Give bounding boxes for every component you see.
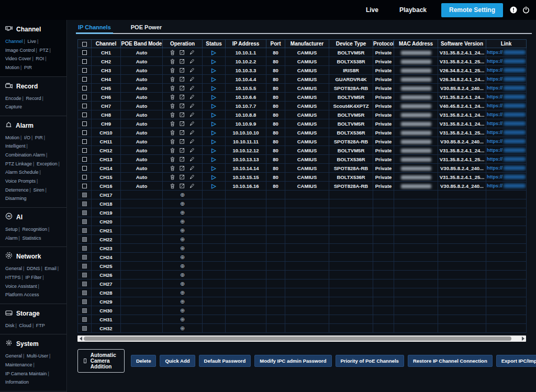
edit-icon[interactable] <box>180 139 185 144</box>
nav-playback[interactable]: Playback <box>389 0 437 20</box>
sidebar-item-alarm-voice-prompts[interactable]: Voice Prompts <box>5 178 36 184</box>
modify-password-icon[interactable] <box>189 76 195 82</box>
delete-icon[interactable] <box>170 68 175 73</box>
play-status-icon[interactable]: ▷ <box>211 165 216 171</box>
sidebar-item-network-https[interactable]: HTTPS <box>5 275 21 280</box>
sidebar-item-network-platform-access[interactable]: Platform Access <box>5 292 39 297</box>
sidebar-item-alarm-exception[interactable]: Exception <box>37 161 58 166</box>
row-checkbox[interactable] <box>82 148 87 153</box>
sidebar-item-alarm-intelligent[interactable]: Intelligent <box>5 143 26 149</box>
modify-password-icon[interactable] <box>189 183 195 188</box>
edit-icon[interactable] <box>180 50 185 55</box>
modify-password-icon[interactable] <box>189 59 195 64</box>
sidebar-item-record-capture[interactable]: Capture <box>5 104 22 109</box>
sidebar-item-alarm-pir[interactable]: PIR <box>35 135 43 140</box>
row-checkbox[interactable] <box>82 68 87 73</box>
row-checkbox[interactable] <box>82 50 87 55</box>
camera-web-link[interactable]: https:// <box>487 156 526 162</box>
add-camera-icon[interactable]: ⊕ <box>180 200 185 207</box>
sidebar-item-network-email[interactable]: Email <box>44 266 57 271</box>
play-status-icon[interactable]: ▷ <box>211 85 216 91</box>
edit-icon[interactable] <box>180 103 185 108</box>
delete-icon[interactable] <box>170 59 175 64</box>
delete-icon[interactable] <box>170 112 175 118</box>
modify-password-icon[interactable] <box>189 68 195 73</box>
sidebar-item-channel-motion[interactable]: Motion <box>5 65 19 70</box>
row-checkbox[interactable] <box>82 86 87 91</box>
modify-password-icon[interactable] <box>189 156 195 162</box>
row-checkbox[interactable] <box>82 59 87 64</box>
camera-web-link[interactable]: https:// <box>487 50 526 55</box>
add-camera-icon[interactable]: ⊕ <box>180 298 185 305</box>
modify-password-icon[interactable] <box>189 50 195 55</box>
edit-icon[interactable] <box>180 85 185 91</box>
sidebar-item-channel-channel[interactable]: Channel <box>5 39 23 44</box>
sidebar-item-alarm-alarm-schedule[interactable]: Alarm Schedule <box>5 170 39 175</box>
edit-icon[interactable] <box>180 174 185 180</box>
add-camera-icon[interactable]: ⊕ <box>180 236 185 242</box>
play-status-icon[interactable]: ▷ <box>211 94 216 100</box>
sidebar-section-header-network[interactable]: Network <box>5 252 61 261</box>
sidebar-item-channel-roi[interactable]: ROI <box>36 56 44 61</box>
add-camera-icon[interactable]: ⊕ <box>180 325 185 331</box>
sidebar-item-alarm-siren[interactable]: Siren <box>33 187 44 193</box>
delete-icon[interactable] <box>170 50 175 55</box>
delete-icon[interactable] <box>170 148 175 153</box>
sidebar-item-record-record[interactable]: Record <box>26 96 41 101</box>
camera-web-link[interactable]: https:// <box>487 103 526 108</box>
delete-icon[interactable] <box>170 76 175 82</box>
row-checkbox[interactable] <box>82 113 87 117</box>
row-checkbox[interactable] <box>82 175 87 180</box>
sidebar-item-system-information[interactable]: Information <box>5 379 29 385</box>
edit-icon[interactable] <box>180 76 185 82</box>
sidebar-item-system-multi-user[interactable]: Multi-User <box>27 353 48 359</box>
tab-poe-power[interactable]: POE Power <box>131 24 162 34</box>
play-status-icon[interactable]: ▷ <box>211 120 216 127</box>
scroll-right-arrow[interactable] <box>520 337 526 341</box>
edit-icon[interactable] <box>180 165 185 171</box>
sidebar-item-alarm-motion[interactable]: Motion <box>5 135 19 140</box>
delete-icon[interactable] <box>170 156 175 162</box>
sidebar-item-system-general[interactable]: General <box>5 353 22 359</box>
scrollbar-thumb[interactable] <box>84 337 511 341</box>
nav-live[interactable]: Live <box>355 0 389 20</box>
sidebar-item-storage-ftp[interactable]: FTP <box>36 323 45 328</box>
sidebar-section-header-ai[interactable]: AIAI <box>5 212 61 222</box>
modify-ipc-admin-password-button[interactable]: Modify IPC admin Password <box>254 355 331 367</box>
sidebar-item-network-ip-filter[interactable]: IP Filter <box>25 275 41 280</box>
modify-password-icon[interactable] <box>189 94 195 99</box>
add-camera-icon[interactable]: ⊕ <box>180 218 185 225</box>
delete-icon[interactable] <box>170 174 175 180</box>
sidebar-item-ai-setup[interactable]: Setup <box>5 227 18 232</box>
delete-button[interactable]: Delete <box>131 355 157 367</box>
camera-web-link[interactable]: https:// <box>487 148 526 153</box>
sidebar-item-storage-cloud[interactable]: Cloud <box>19 323 31 328</box>
add-camera-icon[interactable]: ⊕ <box>180 281 185 287</box>
camera-web-link[interactable]: https:// <box>487 165 526 171</box>
row-checkbox[interactable] <box>82 104 87 108</box>
play-status-icon[interactable]: ▷ <box>211 111 216 118</box>
add-camera-icon[interactable]: ⊕ <box>180 245 185 251</box>
sidebar-item-channel-pir[interactable]: PIR <box>24 65 32 70</box>
sidebar-item-alarm-i-o[interactable]: I/O <box>24 135 30 140</box>
camera-web-link[interactable]: https:// <box>487 76 526 82</box>
edit-icon[interactable] <box>180 183 185 188</box>
sidebar-item-alarm-disarming[interactable]: Disarming <box>5 196 27 201</box>
sidebar-item-ai-recognition[interactable]: Recognition <box>22 227 47 232</box>
row-checkbox[interactable] <box>82 139 87 144</box>
add-camera-icon[interactable]: ⊕ <box>180 307 185 313</box>
play-status-icon[interactable]: ▷ <box>211 49 216 55</box>
edit-icon[interactable] <box>180 148 185 153</box>
sidebar-section-header-system[interactable]: System <box>5 339 61 349</box>
modify-password-icon[interactable] <box>189 165 195 171</box>
edit-icon[interactable] <box>180 121 185 126</box>
row-checkbox[interactable] <box>82 184 87 188</box>
delete-icon[interactable] <box>170 94 175 100</box>
add-camera-icon[interactable]: ⊕ <box>180 227 185 233</box>
delete-icon[interactable] <box>170 183 175 189</box>
automatic-camera-addition-checkbox[interactable] <box>84 359 86 363</box>
modify-password-icon[interactable] <box>189 103 195 108</box>
play-status-icon[interactable]: ▷ <box>211 67 216 73</box>
play-status-icon[interactable]: ▷ <box>211 156 216 162</box>
sidebar-item-storage-disk[interactable]: Disk <box>5 323 15 328</box>
